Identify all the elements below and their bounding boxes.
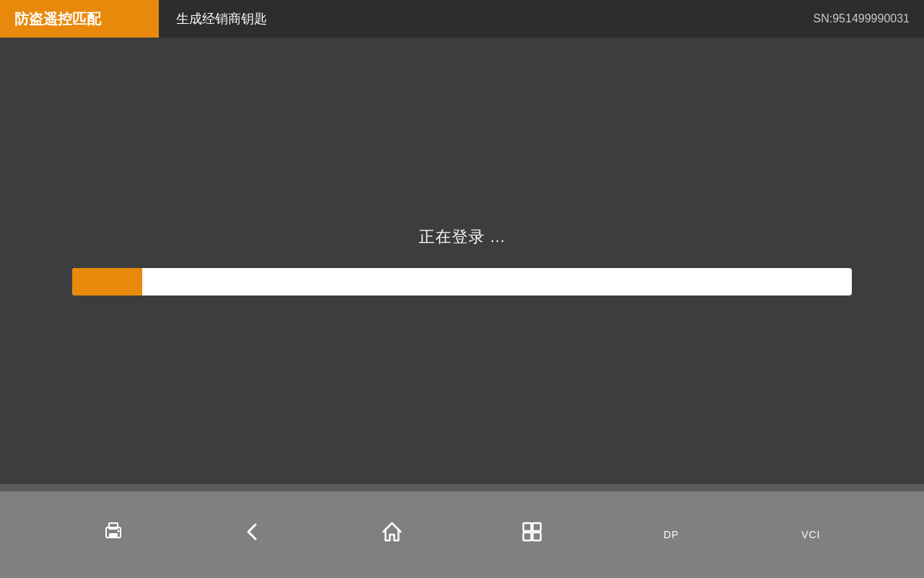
- svg-rect-4: [523, 523, 531, 531]
- page-title-left: 防盗遥控匹配: [14, 9, 101, 29]
- sn-label: SN:951499990031: [814, 12, 910, 25]
- progress-bar-container: [72, 268, 852, 296]
- svg-rect-6: [523, 532, 531, 540]
- page-title-center: 生成经销商钥匙: [176, 10, 267, 27]
- svg-rect-7: [533, 532, 541, 540]
- toolbar-item-dp[interactable]: DP: [642, 529, 700, 540]
- toolbar-item-vci[interactable]: VCI: [782, 529, 840, 540]
- svg-rect-2: [109, 533, 118, 538]
- home-icon: [380, 520, 404, 547]
- dp-label: DP: [663, 529, 679, 540]
- toolbar-item-home[interactable]: [363, 520, 421, 550]
- status-text: 正在登录 ...: [419, 226, 505, 248]
- svg-rect-5: [533, 523, 541, 531]
- header-title-center: 生成经销商钥匙: [159, 10, 814, 27]
- svg-point-3: [117, 530, 119, 532]
- bottom-toolbar: DP VCI: [0, 491, 924, 578]
- progress-bar-fill: [72, 268, 142, 296]
- toolbar-item-print[interactable]: [84, 520, 142, 550]
- separator-area: [0, 484, 924, 491]
- header: 防盗遥控匹配 生成经销商钥匙 SN:951499990031: [0, 0, 924, 38]
- toolbar-item-back[interactable]: [224, 520, 282, 550]
- header-sn: SN:951499990031: [814, 12, 924, 25]
- vci-label: VCI: [801, 529, 820, 540]
- print-icon: [102, 520, 125, 547]
- toolbar-item-window[interactable]: [503, 520, 561, 550]
- back-icon: [241, 520, 264, 547]
- header-title-left: 防盗遥控匹配: [0, 0, 159, 38]
- main-content: 正在登录 ...: [0, 38, 924, 484]
- window-icon: [520, 520, 544, 547]
